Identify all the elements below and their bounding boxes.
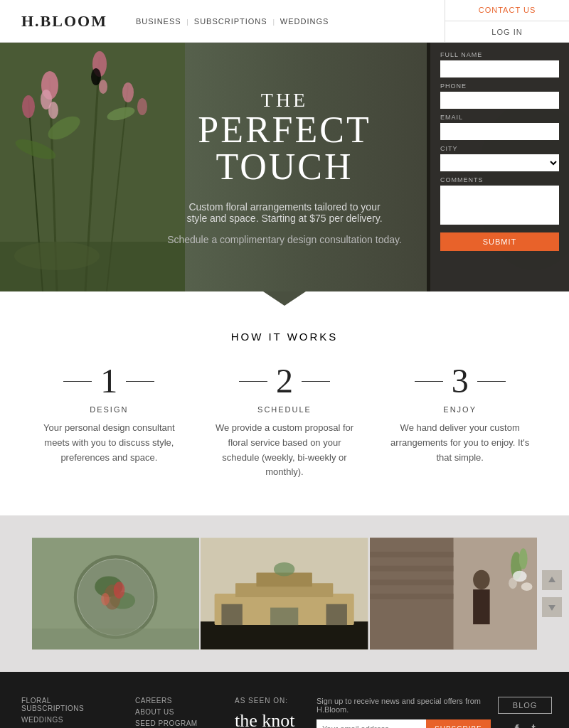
social-icons-row-1: f t [514, 722, 535, 728]
header-right-panel: CONTACT US LOG IN [445, 0, 569, 43]
gallery-nav-up-button[interactable] [542, 570, 562, 590]
blog-button[interactable]: BLOG [498, 697, 553, 714]
step-3-number: 3 [452, 364, 469, 398]
comments-input[interactable] [440, 186, 559, 225]
svg-point-55 [509, 578, 517, 589]
svg-rect-50 [473, 589, 490, 624]
footer: FLORAL SUBSCRIPTIONS WEDDINGS CUSTOM FOR… [0, 672, 569, 728]
logo[interactable]: H.BLOOM [21, 12, 107, 31]
header: H.BLOOM BUSINESS | SUBSCRIPTIONS | WEDDI… [0, 0, 569, 43]
step-2: 2 SCHEDULE We provide a custom proposal … [197, 364, 373, 480]
footer-col-4: Sign up to receive news and special offe… [306, 697, 491, 728]
login-button[interactable]: LOG IN [445, 21, 569, 43]
hero-subtitle-2: style and space. Starting at $75 per del… [142, 213, 427, 224]
how-it-works-section: HOW IT WORKS 1 DESIGN Your personal desi… [0, 306, 569, 515]
footer-link-careers[interactable]: CAREERS [135, 697, 213, 705]
footer-col-1: FLORAL SUBSCRIPTIONS WEDDINGS CUSTOM FOR… [21, 697, 114, 728]
footer-top: FLORAL SUBSCRIPTIONS WEDDINGS CUSTOM FOR… [21, 697, 548, 728]
footer-col-2: CAREERS ABOUT US SEED PROGRAM IN THE NEW… [135, 697, 213, 728]
svg-rect-48 [370, 594, 454, 599]
phone-field: PHONE [440, 82, 559, 109]
step-1-line-right [126, 381, 154, 382]
main-nav: BUSINESS | SUBSCRIPTIONS | WEDDINGS [136, 17, 329, 26]
phone-label: PHONE [440, 82, 559, 90]
hero-content: THE PERFECT TOUCH Custom floral arrangem… [142, 89, 427, 245]
facebook-icon[interactable]: f [514, 722, 519, 728]
footer-col-3: AS SEEN ON: the knot [235, 697, 306, 728]
newsletter-email-input[interactable] [317, 719, 426, 728]
step-1-number-row: 1 [36, 364, 183, 398]
svg-rect-45 [370, 552, 454, 557]
gallery-image-2[interactable] [201, 537, 368, 651]
svg-point-14 [22, 95, 35, 118]
full-name-input[interactable] [440, 60, 559, 77]
twitter-icon[interactable]: t [531, 722, 535, 728]
step-3-line-left [415, 381, 443, 382]
step-2-number-row: 2 [211, 364, 358, 398]
step-2-number: 2 [276, 364, 293, 398]
nav-subscriptions[interactable]: SUBSCRIPTIONS [194, 17, 267, 26]
svg-point-41 [274, 562, 294, 577]
nav-weddings[interactable]: WEDDINGS [280, 17, 329, 26]
svg-rect-39 [222, 604, 243, 625]
how-it-works-title: HOW IT WORKS [21, 331, 548, 343]
hero-arrow [0, 291, 569, 306]
footer-link-weddings[interactable]: WEDDINGS [21, 716, 114, 724]
svg-point-52 [519, 548, 527, 569]
footer-col-5: BLOG f t p 📷 [491, 697, 553, 728]
svg-point-30 [114, 582, 125, 599]
gallery-section [0, 515, 569, 672]
step-3-label: ENJOY [386, 405, 533, 414]
nav-business[interactable]: BUSINESS [136, 17, 181, 26]
email-input[interactable] [440, 123, 559, 140]
gallery-nav-down-button[interactable] [542, 597, 562, 617]
gallery-image-1[interactable] [32, 537, 199, 651]
full-name-label: FULL NAME [440, 51, 559, 58]
svg-point-7 [48, 102, 58, 119]
steps-container: 1 DESIGN Your personal design consultant… [21, 364, 548, 480]
svg-marker-22 [548, 577, 555, 582]
footer-link-seed[interactable]: SEED PROGRAM [135, 719, 213, 727]
svg-point-10 [99, 80, 107, 94]
step-3-line-right [477, 381, 506, 382]
svg-rect-40 [326, 604, 347, 625]
step-1-line-left [63, 381, 92, 382]
svg-point-9 [91, 68, 101, 85]
phone-input[interactable] [440, 92, 559, 109]
gallery-images [0, 537, 569, 651]
footer-link-subscriptions[interactable]: FLORAL SUBSCRIPTIONS [21, 697, 114, 712]
city-field: CITY [440, 145, 559, 171]
svg-point-18 [14, 242, 100, 270]
step-2-desc: We provide a custom proposal for floral … [211, 421, 358, 480]
submit-button[interactable]: SUBMIT [440, 232, 559, 251]
hero-section: THE PERFECT TOUCH Custom floral arrangem… [0, 43, 569, 291]
svg-point-54 [521, 582, 532, 591]
contact-form-panel: FULL NAME PHONE EMAIL CITY COMMENTS SUBM… [430, 43, 569, 291]
step-1-label: DESIGN [36, 405, 183, 414]
step-2-label: SCHEDULE [211, 405, 358, 414]
comments-field: COMMENTS [440, 176, 559, 228]
footer-link-about[interactable]: ABOUT US [135, 708, 213, 716]
email-signup-row: SUBSCRIBE [317, 719, 491, 728]
svg-point-15 [122, 82, 134, 102]
as-seen-on-label: AS SEEN ON: [235, 697, 306, 705]
step-3-desc: We hand deliver your custom arrangements… [386, 421, 533, 465]
hero-cta: Schedule a complimentary design consulta… [142, 234, 427, 245]
step-2-line-right [302, 381, 330, 382]
svg-point-49 [473, 570, 490, 589]
svg-point-31 [101, 593, 110, 606]
svg-rect-46 [370, 566, 454, 572]
step-1: 1 DESIGN Your personal design consultant… [21, 364, 197, 480]
gallery-image-3[interactable] [370, 537, 537, 651]
full-name-field: FULL NAME [440, 51, 559, 77]
the-knot-logo: the knot [235, 710, 306, 728]
svg-marker-23 [548, 605, 555, 611]
hero-title-large: PERFECT TOUCH [142, 112, 427, 186]
svg-rect-32 [32, 628, 199, 649]
subscribe-button[interactable]: SUBSCRIBE [426, 719, 491, 728]
step-1-number: 1 [100, 364, 117, 398]
city-label: CITY [440, 145, 559, 152]
hero-title-small: THE [142, 89, 427, 112]
city-select[interactable] [440, 154, 559, 171]
contact-us-button[interactable]: CONTACT US [445, 0, 569, 21]
